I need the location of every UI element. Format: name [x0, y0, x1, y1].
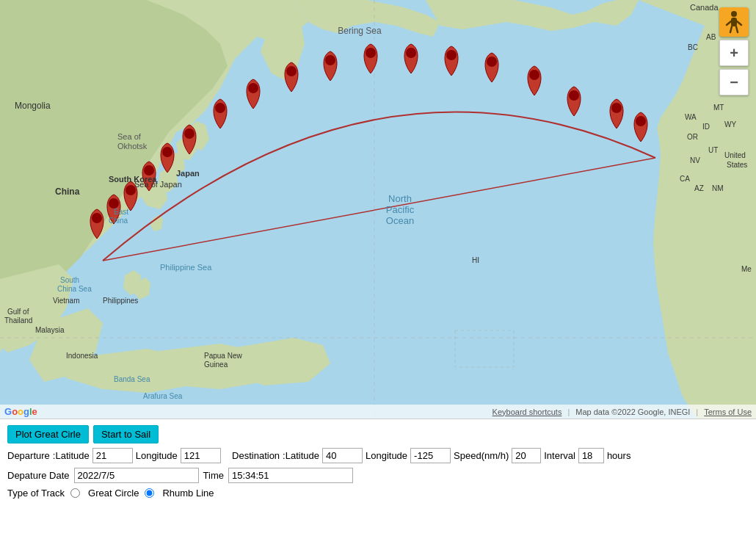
svg-text:Okhotsk: Okhotsk [117, 142, 148, 151]
svg-text:States: States [727, 161, 747, 169]
svg-line-70 [737, 21, 741, 25]
keyboard-shortcuts-link[interactable]: Keyboard shortcuts [493, 408, 562, 416]
svg-point-17 [446, 50, 457, 60]
svg-text:Guinea: Guinea [204, 361, 228, 369]
pegman-button[interactable] [719, 7, 749, 37]
time-input[interactable] [228, 468, 353, 483]
svg-point-5 [92, 213, 102, 223]
svg-text:UT: UT [708, 146, 718, 154]
svg-text:Arafura Sea: Arafura Sea [143, 392, 183, 400]
destination-label: Destination [232, 450, 280, 461]
svg-text:AB: AB [706, 33, 716, 41]
svg-point-6 [109, 198, 119, 209]
svg-text:OR: OR [687, 133, 698, 141]
rhumb-line-label[interactable]: Rhumb Line [162, 488, 214, 499]
destination-lat-label: :Latitude [283, 450, 319, 461]
start-to-sail-button[interactable]: Start to Sail [93, 425, 159, 443]
svg-point-19 [529, 70, 539, 80]
departure-lon-label: Longitude [136, 450, 178, 461]
track-type-label: Type of Track [7, 488, 65, 499]
rhumb-line-radio[interactable] [145, 488, 154, 498]
svg-text:BC: BC [688, 43, 698, 51]
svg-text:East: East [114, 208, 128, 216]
svg-text:HI: HI [472, 256, 479, 264]
svg-text:Philippines: Philippines [103, 297, 138, 305]
svg-point-22 [636, 116, 646, 126]
svg-text:South: South [60, 276, 79, 284]
svg-point-9 [162, 147, 172, 157]
svg-text:Canada: Canada [690, 3, 719, 12]
plot-great-circle-button[interactable]: Plot Great Cirle [7, 425, 89, 443]
svg-text:ID: ID [702, 123, 710, 131]
google-logo: Google [4, 406, 37, 417]
svg-text:Sea of: Sea of [117, 132, 142, 141]
svg-point-12 [248, 83, 258, 93]
departure-lon-input[interactable] [181, 448, 221, 463]
svg-text:AZ: AZ [694, 184, 704, 192]
destination-lat-input[interactable] [322, 448, 363, 463]
svg-text:Japan: Japan [176, 169, 200, 178]
departure-label: Departure [7, 450, 50, 461]
svg-point-10 [184, 128, 195, 139]
speed-input[interactable] [512, 448, 541, 463]
departure-date-label: Depature Date [7, 470, 70, 481]
svg-text:WA: WA [685, 113, 697, 121]
time-label: Time [203, 470, 224, 481]
map-controls: + − [719, 7, 749, 95]
zoom-in-button[interactable]: + [719, 40, 749, 66]
svg-text:Indonesia: Indonesia [66, 352, 98, 360]
map-data-label: Map data ©2022 Google, INEGI [575, 408, 690, 416]
svg-point-13 [286, 66, 297, 76]
svg-point-18 [487, 57, 497, 67]
svg-text:South Korea: South Korea [109, 175, 157, 184]
interval-label: Interval [544, 450, 575, 461]
terms-link[interactable]: Terms of Use [704, 408, 752, 416]
svg-text:MT: MT [713, 104, 724, 112]
svg-point-16 [406, 48, 416, 58]
bottom-panel: Plot Great Cirle Start to Sail Departure… [0, 419, 756, 501]
svg-text:Mongolia: Mongolia [15, 101, 51, 111]
svg-point-67 [731, 11, 737, 17]
map-container: Bering Sea Sea of Okhotsk Sea of Japan C… [0, 0, 756, 419]
svg-text:Malaysia: Malaysia [35, 326, 65, 334]
svg-text:Papua New: Papua New [204, 352, 242, 360]
svg-text:China: China [55, 186, 80, 197]
svg-text:NM: NM [712, 184, 724, 192]
great-circle-label[interactable]: Great Circle [88, 488, 139, 499]
destination-lon-label: Longitude [366, 450, 407, 461]
zoom-out-button[interactable]: − [719, 69, 749, 95]
svg-text:China Sea: China Sea [57, 285, 92, 293]
svg-line-71 [730, 26, 732, 32]
departure-date-input[interactable] [74, 468, 199, 483]
svg-text:WY: WY [724, 120, 736, 128]
svg-point-14 [325, 55, 335, 65]
interval-input[interactable] [578, 448, 604, 463]
great-circle-radio[interactable] [70, 488, 80, 498]
svg-line-72 [736, 26, 738, 32]
svg-text:Bering Sea: Bering Sea [338, 26, 382, 36]
svg-text:CA: CA [680, 175, 690, 183]
svg-text:NV: NV [690, 156, 700, 164]
speed-label: Speed(nm/h) [454, 450, 509, 461]
svg-point-11 [215, 103, 225, 113]
svg-rect-68 [731, 18, 737, 26]
svg-point-8 [144, 165, 154, 175]
svg-line-69 [727, 21, 731, 25]
svg-point-20 [569, 90, 579, 101]
departure-lat-input[interactable] [92, 448, 133, 463]
svg-text:Thailand: Thailand [4, 316, 32, 325]
svg-text:Banda Sea: Banda Sea [114, 375, 150, 383]
departure-lat-label: :Latitude [53, 450, 90, 461]
svg-text:Ocean: Ocean [386, 215, 414, 226]
svg-text:Vietnam: Vietnam [53, 297, 80, 305]
svg-text:Me: Me [741, 265, 752, 273]
svg-point-15 [366, 48, 376, 58]
hours-label: hours [607, 450, 631, 461]
svg-text:Gulf of: Gulf of [7, 308, 29, 316]
svg-text:North: North [388, 193, 412, 204]
svg-text:Pacific: Pacific [386, 204, 415, 215]
destination-lon-input[interactable] [410, 448, 451, 463]
svg-text:China: China [109, 217, 128, 225]
map-footer: Google Keyboard shortcuts | Map data ©20… [0, 405, 756, 419]
svg-point-21 [611, 103, 622, 113]
